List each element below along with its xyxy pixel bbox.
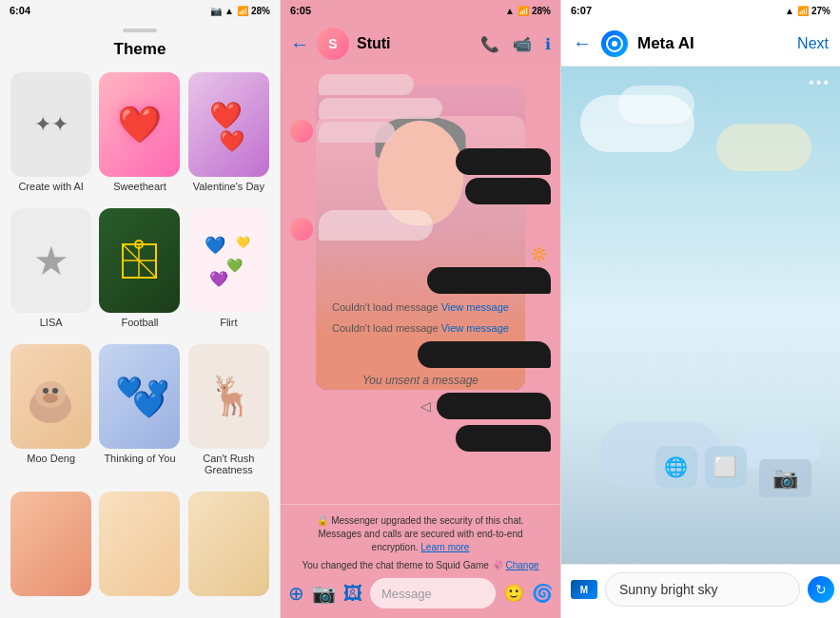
theme-card-cantrust[interactable]: 🦌 Can't Rush Greatness bbox=[187, 344, 270, 486]
theme-label-ai: Create with AI bbox=[18, 181, 83, 192]
sent-reaction-msg: 🔆 bbox=[290, 246, 547, 261]
drag-handle[interactable] bbox=[123, 29, 157, 32]
sent-msg-group-2 bbox=[290, 267, 551, 294]
theme-label-lisa: LISA bbox=[40, 317, 63, 328]
phone-button[interactable]: 📞 bbox=[480, 35, 499, 53]
flirt-hearts-icon: 💙 💚 💜 💛 bbox=[200, 227, 257, 294]
battery-1: 28% bbox=[251, 6, 270, 16]
theme-thumb-moodeng bbox=[10, 344, 91, 449]
squid-button[interactable]: 🌀 bbox=[532, 583, 553, 604]
refresh-button[interactable]: ↻ bbox=[808, 576, 834, 603]
learn-more-link[interactable]: Learn more bbox=[420, 542, 469, 552]
theme-label-flirt: Flirt bbox=[220, 317, 237, 328]
theme-label-cantrust: Can't Rush Greatness bbox=[187, 453, 270, 475]
received-msg-group-1 bbox=[290, 74, 551, 143]
battery-2: 28% bbox=[532, 6, 551, 16]
chat-footer: 🔒 Messenger upgraded the security of thi… bbox=[281, 504, 560, 618]
sent-bubble-2 bbox=[465, 178, 551, 204]
back-button-chat[interactable]: ← bbox=[290, 33, 309, 55]
theme-change-notice: You changed the chat theme to Squid Game… bbox=[288, 558, 553, 576]
theme-card-thinking[interactable]: 💙 💙 💙 Thinking of You bbox=[98, 344, 181, 486]
theme-card-row4a[interactable] bbox=[10, 492, 92, 610]
cantrust-deer-icon: 🦌 bbox=[203, 366, 255, 428]
theme-thumb-sweetheart: ❤️ bbox=[99, 72, 180, 177]
icon-boxes: 🌐 ⬜ bbox=[655, 446, 747, 488]
ai-prompt-input[interactable] bbox=[605, 572, 800, 607]
theme-grid: ✦✦ Create with AI ❤️ Sweetheart ❤️ ❤️ Va… bbox=[0, 65, 280, 618]
theme-label-moodeng: Moo Deng bbox=[27, 453, 75, 464]
valentines-hearts-icon: ❤️ ❤️ bbox=[205, 96, 252, 153]
message-input[interactable]: Message bbox=[370, 578, 496, 608]
share-icon: ◁ bbox=[420, 398, 431, 414]
theme-thumb-row4b bbox=[99, 492, 180, 596]
message-placeholder: Message bbox=[381, 587, 432, 601]
received-bubble-3 bbox=[319, 122, 395, 143]
theme-panel: 6:04 📷 ▲ 📶 28% Theme ✦✦ Create with AI ❤… bbox=[0, 0, 281, 618]
view-message-link-1[interactable]: View message bbox=[441, 301, 509, 313]
video-button[interactable]: 📹 bbox=[513, 35, 532, 53]
theme-card-valentines[interactable]: ❤️ ❤️ Valentine's Day bbox=[187, 72, 270, 203]
wifi-icon: 📶 bbox=[237, 6, 248, 16]
sent-msg-group-3 bbox=[290, 341, 551, 368]
received-bubble-2 bbox=[319, 98, 442, 119]
theme-card-flirt[interactable]: 💙 💚 💜 💛 Flirt bbox=[187, 208, 270, 338]
theme-card-row4c[interactable] bbox=[187, 492, 270, 610]
theme-thumb-row4a bbox=[10, 492, 91, 596]
info-button[interactable]: ℹ bbox=[545, 35, 551, 53]
status-bar-2: 6:05 ▲ 📶 28% bbox=[281, 0, 560, 21]
theme-card-ai[interactable]: ✦✦ Create with AI bbox=[10, 72, 92, 203]
received-redacted-msg bbox=[290, 210, 551, 241]
status-icons-1: 📷 ▲ 📶 28% bbox=[210, 6, 270, 16]
sent-msg-group-4 bbox=[290, 425, 551, 452]
sent-bubble-3 bbox=[427, 267, 551, 294]
emoji-button[interactable]: 🙂 bbox=[503, 583, 524, 604]
change-theme-link[interactable]: Change bbox=[505, 560, 538, 570]
sender-avatar-small-2 bbox=[290, 218, 313, 241]
icon-box-1[interactable]: 🌐 bbox=[655, 446, 697, 488]
thinking-hearts-icon: 💙 💙 💙 bbox=[111, 366, 168, 428]
theme-card-football[interactable]: Football bbox=[98, 208, 181, 338]
svg-text:💙: 💙 bbox=[147, 378, 168, 399]
icon-box-2[interactable]: ⬜ bbox=[705, 446, 747, 488]
theme-card-lisa[interactable]: ★ LISA bbox=[10, 208, 92, 338]
theme-label-valentines: Valentine's Day bbox=[193, 181, 264, 192]
theme-title: Theme bbox=[114, 40, 166, 59]
more-options-dots[interactable]: ••• bbox=[809, 74, 830, 91]
chat-action-buttons: 📞 📹 ℹ bbox=[480, 35, 551, 53]
sent-bubble-4 bbox=[418, 341, 551, 368]
contact-avatar: S bbox=[317, 28, 349, 60]
status-bar-1: 6:04 📷 ▲ 📶 28% bbox=[0, 0, 280, 21]
signal-icon-3: ▲ bbox=[785, 6, 794, 16]
meta-ai-footer: M ↻ bbox=[561, 564, 840, 618]
theme-card-sweetheart[interactable]: ❤️ Sweetheart bbox=[98, 72, 181, 203]
theme-label-sweetheart: Sweetheart bbox=[113, 181, 166, 192]
theme-card-moodeng[interactable]: Moo Deng bbox=[10, 344, 92, 486]
theme-card-row4b[interactable] bbox=[98, 492, 181, 610]
chat-messages-area: 🔆 Couldn't load message View message Cou… bbox=[281, 67, 560, 504]
wifi-icon-2: 📶 bbox=[518, 6, 529, 16]
system-error-2: Couldn't load message View message bbox=[290, 320, 551, 336]
redacted-bubble bbox=[319, 210, 433, 241]
theme-thumb-football bbox=[99, 208, 180, 313]
meta-logo-icon bbox=[606, 35, 623, 52]
security-notice: 🔒 Messenger upgraded the security of thi… bbox=[288, 511, 553, 558]
sent-msg-group-1 bbox=[290, 148, 551, 204]
add-button[interactable]: ⊕ bbox=[288, 582, 304, 605]
svg-point-21 bbox=[612, 41, 617, 47]
svg-point-13 bbox=[43, 388, 49, 394]
svg-text:❤️: ❤️ bbox=[219, 128, 245, 153]
contact-name: Stuti bbox=[357, 35, 473, 52]
theme-thumb-cantrust: 🦌 bbox=[188, 344, 269, 449]
meta-ai-panel: 6:07 ▲ 📶 27% ← Meta AI Next ••• 📷 bbox=[561, 0, 840, 618]
time-2: 6:05 bbox=[290, 5, 311, 16]
next-button[interactable]: Next bbox=[797, 35, 829, 52]
back-button-meta-ai[interactable]: ← bbox=[573, 32, 592, 54]
chat-panel: 6:05 ▲ 📶 28% ← S Stuti 📞 📹 ℹ bbox=[281, 0, 561, 618]
photo-button[interactable]: 🖼 bbox=[343, 583, 362, 605]
received-bubble-1 bbox=[319, 74, 414, 95]
status-icons-3: ▲ 📶 27% bbox=[785, 6, 830, 16]
view-message-link-2[interactable]: View message bbox=[441, 322, 509, 334]
football-diagram-icon bbox=[113, 235, 166, 287]
star-icon: ★ bbox=[33, 238, 69, 284]
camera-button[interactable]: 📷 bbox=[312, 582, 336, 605]
